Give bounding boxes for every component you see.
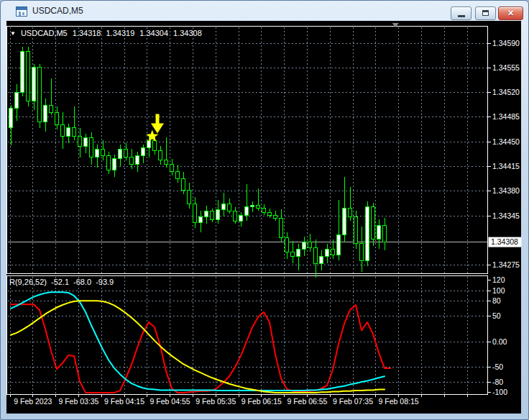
candle-body [372, 207, 375, 239]
candle-body [383, 225, 387, 242]
candle-body [343, 209, 346, 235]
candle-body [73, 128, 76, 137]
candle-body [44, 105, 47, 122]
chart-canvas[interactable]: 1.345901.345551.345201.344851.344501.344… [1, 1, 529, 420]
candle-body [303, 242, 306, 250]
candle-body [205, 211, 208, 216]
candle-body [331, 249, 335, 255]
candle-body [32, 67, 36, 101]
candle-body [349, 209, 352, 217]
candle-body [297, 249, 300, 256]
candle-body [239, 215, 243, 221]
candle-body [67, 128, 70, 137]
candle-body [84, 137, 88, 146]
candle-body [142, 147, 145, 156]
chart-ohlc-header: ▼ USDCAD,M5 1.34318 1.34319 1.34304 1.34… [10, 29, 202, 37]
candle-body [216, 209, 220, 219]
chart-symbol-period: USDCAD,M5 [21, 29, 68, 37]
candle-body [360, 244, 364, 261]
chart-shift-marker [392, 23, 399, 27]
indicator-line-r52 [11, 301, 385, 393]
indicator-value-2: -68.0 [73, 278, 91, 286]
candle-body [377, 225, 381, 239]
candle-body [199, 216, 203, 222]
candle-body [193, 204, 197, 223]
ohlc-close: 1.34308 [173, 29, 202, 37]
candle-body [96, 149, 99, 158]
candle-body [78, 136, 82, 146]
candle-body [136, 156, 139, 165]
candle-body [55, 112, 59, 125]
candle-body [320, 256, 323, 263]
symbol-dropdown-icon[interactable]: ▼ [10, 29, 16, 37]
candle-body [176, 172, 180, 179]
ohlc-open: 1.34318 [73, 29, 101, 37]
ohlc-low: 1.34304 [139, 29, 168, 37]
candle-body [50, 105, 53, 112]
candle-body [124, 149, 128, 158]
candle-body [337, 235, 341, 255]
candle-body [159, 150, 162, 160]
candle-body [38, 67, 42, 122]
candle-body [251, 206, 254, 207]
candle-body [222, 204, 226, 210]
candle-body [366, 207, 369, 261]
candle-body [326, 249, 329, 256]
candle-body [257, 206, 260, 209]
indicator-value-1: -52.1 [51, 278, 69, 286]
candle-body [153, 140, 157, 150]
candle-body [147, 140, 151, 147]
candle-body [119, 149, 122, 159]
indicator-value-3: -93.9 [96, 278, 114, 286]
candle-body [291, 252, 295, 256]
candle-body [211, 211, 214, 219]
candle-body [9, 108, 13, 127]
candle-body [262, 209, 266, 213]
candle-body [90, 137, 93, 157]
candle-body [130, 158, 134, 165]
price-scale-area[interactable] [488, 27, 521, 393]
candle-body [354, 216, 358, 243]
candle-body [15, 93, 19, 109]
candle-body [245, 207, 249, 216]
chart-window: USDCAD,M5 ✕ 1.345901.345551.345201.34485… [0, 0, 529, 420]
candle-body [268, 212, 272, 215]
time-scale-area[interactable] [7, 396, 487, 413]
candle-body [285, 238, 289, 252]
candle-body [113, 159, 116, 170]
candle-body [170, 165, 174, 172]
candle-body [188, 190, 191, 204]
indicator-name: R(9,26,52) [9, 278, 47, 286]
candle-body [274, 215, 277, 218]
candle-body [280, 218, 283, 237]
candle-body [27, 52, 30, 101]
candle-body [314, 247, 318, 263]
candle-body [61, 125, 65, 137]
candle-body [107, 156, 111, 170]
candle-body [21, 52, 24, 93]
candle-body [182, 178, 185, 190]
candle-body [101, 149, 105, 156]
arrow-down-marker [151, 114, 164, 134]
candle-body [228, 204, 231, 211]
candle-body [234, 211, 237, 221]
indicator-header: R(9,26,52) -52.1 -68.0 -93.9 [9, 278, 114, 286]
candle-body [165, 160, 168, 165]
indicator-line-r9 [11, 304, 390, 393]
ohlc-high: 1.34319 [106, 29, 134, 37]
candle-body [308, 242, 312, 248]
